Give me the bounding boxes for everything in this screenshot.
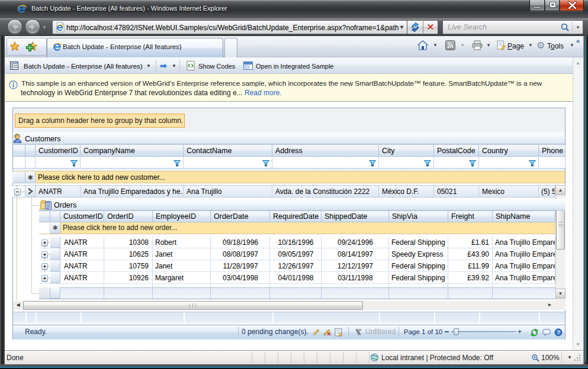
svg-text:?: ? xyxy=(557,329,560,335)
